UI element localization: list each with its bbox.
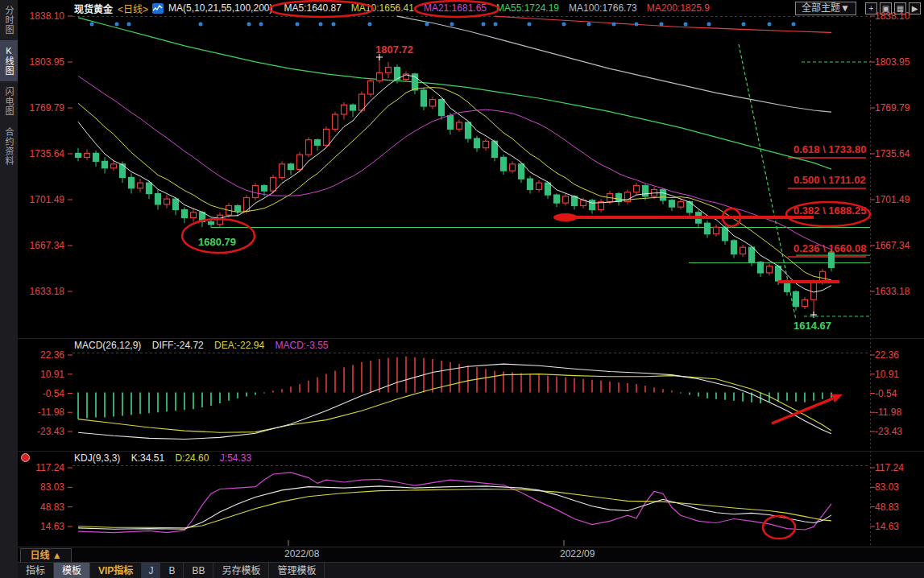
candle-body: [253, 186, 259, 198]
chart-canvas: 1838.101838.101803.951803.951769.791769.…: [0, 0, 924, 578]
candle-body: [625, 192, 631, 202]
candle-body: [545, 183, 551, 195]
macd-panel: 22.3622.3610.9110.91-0.54-0.54-11.98-11.…: [37, 349, 902, 440]
tab-manage-template[interactable]: 管理模板: [269, 563, 325, 578]
candle-body: [448, 116, 454, 130]
blue-dot-marker: [247, 23, 251, 27]
kdj-panel: 117.24117.2483.0383.0348.8348.8314.6314.…: [35, 462, 904, 539]
candle-body: [244, 198, 250, 212]
sidebar-item-contract-info[interactable]: 合约资料: [0, 122, 18, 171]
candle-body: [572, 196, 578, 206]
blue-dot-marker: [115, 23, 119, 27]
macd-axis-right: -11.98: [875, 407, 901, 418]
fib-label: 0.618 \ 1733.80: [793, 143, 866, 155]
layout-grid-icon[interactable]: +: [865, 2, 877, 14]
tab-bb[interactable]: BB: [184, 563, 213, 578]
blue-dot-marker: [425, 23, 429, 27]
red-annotations: [182, 1, 870, 282]
candle-body: [155, 194, 161, 204]
macd-header: MACD(26,12,9) DIFF:-24.72 DEA:-22.94 MAC…: [74, 340, 329, 351]
chart-style-icon[interactable]: [152, 3, 164, 14]
alert-dot-icon[interactable]: [21, 453, 30, 462]
candle-body: [678, 202, 684, 208]
candle-body: [767, 266, 773, 273]
pane-grid-icon[interactable]: ▣: [880, 2, 892, 14]
candle-body: [599, 202, 604, 210]
blue-dot-marker: [528, 23, 532, 27]
blue-dot-marker: [450, 23, 454, 27]
kdj-axis-right: 117.24: [875, 462, 904, 473]
candle-body: [661, 190, 666, 200]
candle-body: [333, 114, 338, 129]
blue-dot-marker: [612, 23, 616, 27]
candle-body: [590, 200, 595, 210]
blue-dot-marker: [199, 23, 203, 27]
candle-body: [430, 100, 436, 106]
ma-values: MA5:1640.87MA10:1656.41MA21:1681.65MA55:…: [284, 2, 719, 14]
price-annotation: 1680.79: [198, 236, 236, 248]
blue-dot-marker: [127, 23, 131, 27]
macd-axis-left: -0.54: [43, 388, 65, 399]
kdj-k: K:34.51: [131, 452, 164, 464]
macd-value: MACD:-3.55: [275, 340, 328, 351]
candle-body: [350, 105, 356, 110]
j-line: [78, 473, 831, 533]
candle-body: [262, 186, 267, 192]
expand-right-icon[interactable]: ▶: [909, 2, 921, 14]
candle-body: [510, 164, 516, 171]
ma-line-ma200: [495, 16, 831, 32]
touch-circle: [723, 208, 740, 226]
candle-body: [182, 210, 188, 218]
tab-b[interactable]: B: [160, 563, 184, 578]
candle-body: [324, 129, 329, 145]
k-line: [78, 486, 831, 529]
candle-body: [554, 195, 560, 203]
candle-body: [164, 199, 170, 204]
blue-dot-marker: [587, 23, 591, 27]
blue-dot-marker: [296, 23, 300, 27]
macd-axis-left: 22.36: [40, 349, 64, 361]
axis-label-left: 1735.64: [30, 148, 65, 159]
candle-body: [395, 68, 400, 80]
tab-save-template[interactable]: 另存模板: [213, 563, 269, 578]
blue-dot-marker: [742, 23, 746, 27]
kdj-j: J:54.33: [220, 452, 251, 464]
pane-chart-icon[interactable]: ▦: [894, 2, 906, 14]
candle-body: [785, 281, 790, 291]
sidebar-item-time-chart[interactable]: 分时图: [0, 0, 18, 40]
candle-body: [111, 164, 117, 168]
candle-body: [749, 247, 755, 262]
period-label: <日线>: [118, 2, 148, 15]
candle-body: [288, 164, 294, 170]
blue-dot-marker: [482, 23, 486, 27]
blue-dot-marker: [90, 23, 94, 27]
macd-axis-right: 10.91: [875, 369, 899, 380]
tab-indicators[interactable]: 指标: [18, 563, 54, 578]
candle-body: [457, 122, 462, 129]
kdj-d: D:24.60: [175, 452, 209, 464]
sidebar-item-flash-chart[interactable]: 闪电图: [0, 81, 18, 122]
blue-dot-marker: [368, 23, 372, 27]
kdj-cross-circle: [763, 516, 795, 539]
candle-body: [501, 157, 507, 171]
timeframe-row: 日线 ▲: [18, 547, 924, 563]
sidebar-item-kline-chart[interactable]: K线图: [0, 40, 18, 81]
axis-label-right: 1769.79: [875, 102, 910, 114]
candle-body: [129, 177, 135, 188]
candle-body: [723, 227, 728, 241]
fib-label: 0.500 \ 1711.02: [793, 174, 866, 186]
macd-axis-right: -0.54: [875, 388, 897, 399]
tab-j[interactable]: J: [142, 563, 160, 578]
kdj-name: KDJ(9,3,3): [74, 452, 120, 464]
candle-body: [306, 140, 312, 155]
theme-dropdown-button[interactable]: 全部主题▼: [795, 2, 856, 15]
candle-body: [412, 74, 418, 90]
tab-vip-indicators[interactable]: VIP指标: [90, 563, 142, 578]
axis-label-left: 1633.18: [30, 286, 65, 297]
period-selector-button[interactable]: 日线 ▲: [20, 548, 72, 563]
axis-label-right: 1667.34: [875, 240, 910, 251]
candle-body: [191, 213, 197, 218]
ma-value: MA5:1640.87: [284, 2, 341, 14]
tab-templates[interactable]: 模板: [54, 563, 90, 578]
kdj-header: KDJ(9,3,3) K:34.51 D:24.60 J:54.33: [74, 452, 251, 464]
